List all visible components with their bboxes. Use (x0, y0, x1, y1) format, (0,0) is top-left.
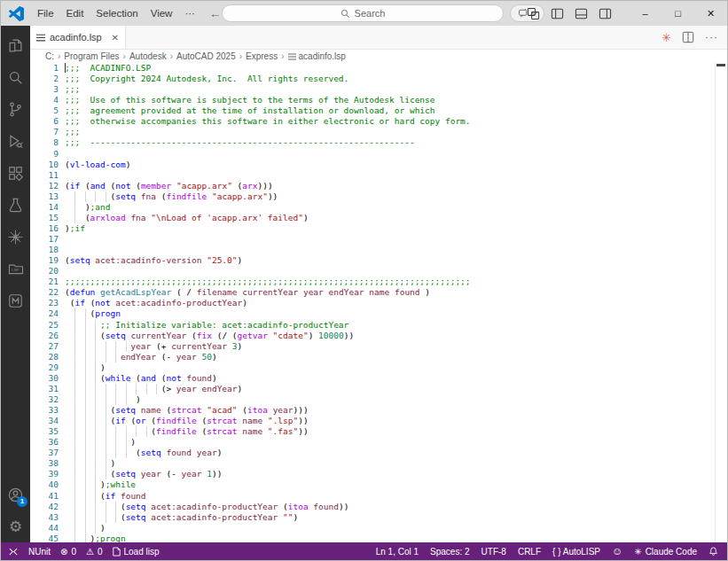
run-debug-icon[interactable] (1, 125, 30, 157)
tab-acadinfo[interactable]: acadinfo.lsp ✕ (30, 26, 126, 49)
code-line[interactable]: 25 ;; Initialize variable: acet:acadinfo… (30, 320, 727, 331)
tab-bar: acadinfo.lsp ✕ ✳ ··· (30, 26, 727, 50)
code-line[interactable]: 20 (30, 266, 727, 277)
code-line[interactable]: 36 ) (30, 437, 727, 448)
code-line[interactable]: 44 ) (30, 523, 727, 534)
menu-selection[interactable]: Selection (90, 4, 144, 22)
account-icon[interactable]: 1 (1, 479, 30, 510)
document-status-item[interactable]: Load lisp (113, 547, 160, 557)
search-icon[interactable] (1, 61, 30, 93)
code-line[interactable]: 2;;; Copyright 2024 Autodesk, Inc. All r… (30, 74, 727, 84)
code-line[interactable]: 28 endYear (- year 50) (30, 352, 727, 362)
code-line[interactable]: 18 (30, 245, 727, 255)
feedback-smiley-status-item[interactable]: ☺ (612, 545, 622, 557)
breadcrumb-item[interactable]: AutoCAD 2025 (176, 51, 236, 61)
code-line[interactable]: 32 ) (30, 394, 727, 405)
settings-gear-icon[interactable]: ⚙ (1, 510, 30, 542)
code-line[interactable]: 10(vl-load-com) (30, 160, 727, 170)
source-control-icon[interactable] (1, 93, 30, 125)
error-status-item[interactable]: ⊗0 (60, 547, 76, 557)
status-bar: NUnit⊗0⚠0Load lisp Ln 1, Col 1Spaces: 2U… (1, 542, 727, 560)
toggle-secondary-sidebar-icon[interactable] (597, 5, 614, 22)
search-placeholder: Search (355, 8, 386, 19)
claude-asterisk-status-item[interactable]: ✳Claude Code (634, 547, 697, 557)
code-line[interactable]: 1;;; ACADINFO.LSP (30, 63, 727, 74)
close-button[interactable]: ✕ (694, 1, 727, 26)
status-item[interactable]: Spaces: 2 (430, 547, 469, 557)
customize-layout-icon[interactable] (525, 5, 542, 22)
minimize-button[interactable]: – (629, 1, 661, 26)
line-number: 38 (30, 458, 65, 469)
breadcrumb-item[interactable]: C: (45, 51, 54, 61)
editor-group: acadinfo.lsp ✕ ✳ ··· C:›Program Files›Au… (30, 26, 727, 542)
status-item[interactable]: CRLF (518, 547, 541, 557)
code-line[interactable]: 21;;;;;;;;;;;;;;;;;;;;;;;;;;;;;;;;;;;;;;… (30, 277, 727, 287)
files-icon[interactable] (1, 29, 30, 61)
code-line[interactable]: 5;;; agreement provided at the time of i… (30, 105, 727, 116)
breadcrumb-item[interactable]: Program Files (64, 51, 119, 61)
menu-overflow[interactable]: ··· (178, 4, 201, 22)
code-line[interactable]: 9 (30, 149, 727, 160)
maximize-button[interactable]: □ (661, 1, 694, 26)
code-line[interactable]: 29 ) (30, 362, 727, 373)
split-editor-icon[interactable] (682, 31, 694, 43)
breadcrumb-item[interactable]: Express (246, 51, 278, 61)
code-line[interactable]: 16);if (30, 223, 727, 234)
breadcrumb-file[interactable]: acadinfo.lsp (288, 51, 346, 61)
code-line[interactable]: 24 (progn (30, 308, 727, 319)
code-line[interactable]: 30 (while (and (not found) (30, 373, 727, 384)
code-line[interactable]: 13 (setq fna (findfile "acapp.arx")) (30, 191, 727, 202)
status-item[interactable]: Ln 1, Col 1 (376, 547, 419, 557)
code-line[interactable]: 19(setq acet:acadinfo-version "25.0") (30, 255, 727, 266)
code-line[interactable]: 37 (setq found year) (30, 448, 727, 458)
menu-file[interactable]: File (31, 4, 60, 22)
testing-beaker-icon[interactable] (1, 189, 30, 221)
code-line[interactable]: 15 (arxload fna "\nLoad of 'acapp.arx' f… (30, 213, 727, 223)
code-line[interactable]: 39 (setq year (- year 1)) (30, 469, 727, 479)
status-item[interactable]: NUnit (28, 547, 51, 557)
breadcrumb-item[interactable]: Autodesk (129, 51, 167, 61)
code-line[interactable]: 23 (if (not acet:acadinfo-productYear) (30, 298, 727, 308)
toggle-sidebar-icon[interactable] (549, 5, 566, 22)
line-number: 8 (30, 137, 65, 148)
code-line[interactable]: 11 (30, 170, 727, 181)
code-line[interactable]: 43 (setq acet:acadinfo-productYear "") (30, 512, 727, 523)
code-line[interactable]: 3;;; (30, 84, 727, 95)
code-line[interactable]: 8;;; -----------------------------------… (30, 137, 727, 148)
tab-close-icon[interactable]: ✕ (112, 33, 119, 43)
code-line[interactable]: 31 (> year endYear) (30, 384, 727, 394)
menu-view[interactable]: View (145, 4, 179, 22)
extensions-icon[interactable] (1, 157, 30, 189)
code-line[interactable]: 26 (setq currentYear (fix (/ (getvar "cd… (30, 331, 727, 341)
code-line[interactable]: 38 ) (30, 458, 727, 469)
code-line[interactable]: 40 );while (30, 479, 727, 490)
code-line[interactable]: 6;;; otherwise accompanies this software… (30, 116, 727, 127)
code-line[interactable]: 14 );and (30, 202, 727, 213)
code-line[interactable]: 45 );progn (30, 534, 727, 542)
code-line[interactable]: 22(defun getAcadLspYear ( / filename cur… (30, 287, 727, 298)
code-line[interactable]: 42 (setq acet:acadinfo-productYear (itoa… (30, 502, 727, 512)
code-line[interactable]: 33 (setq name (strcat "acad" (itoa year)… (30, 405, 727, 416)
code-line[interactable]: 35 (findfile (strcat name ".fas")) (30, 426, 727, 437)
menu-edit[interactable]: Edit (60, 4, 90, 22)
code-line[interactable]: 17 (30, 234, 727, 245)
more-actions-icon[interactable]: ··· (705, 31, 718, 43)
toggle-panel-icon[interactable] (573, 5, 590, 22)
starburst-icon[interactable] (1, 221, 30, 253)
warning-status-item[interactable]: ⚠0 (86, 547, 103, 557)
code-line[interactable]: 27 year (+ currentYear 3) (30, 341, 727, 352)
bell-status-item[interactable] (708, 546, 718, 557)
m-extension-icon[interactable] (1, 284, 30, 316)
remote-indicator-status-item[interactable] (8, 547, 19, 557)
lsp-folder-icon[interactable]: LSP (1, 253, 30, 284)
code-line[interactable]: 12(if (and (not (member "acapp.arx" (arx… (30, 181, 727, 191)
status-item[interactable]: { } AutoLISP (552, 547, 600, 557)
code-line[interactable]: 7;;; (30, 127, 727, 137)
code-line[interactable]: 41 (if found (30, 491, 727, 502)
autolisp-run-icon[interactable]: ✳ (661, 31, 671, 44)
search-input[interactable]: Search (222, 4, 504, 22)
code-editor[interactable]: 1;;; ACADINFO.LSP2;;; Copyright 2024 Aut… (30, 63, 727, 542)
status-item[interactable]: UTF-8 (481, 547, 506, 557)
code-line[interactable]: 34 (if (or (findfile (strcat name ".lsp"… (30, 416, 727, 426)
code-line[interactable]: 4;;; Use of this software is subject to … (30, 95, 727, 105)
